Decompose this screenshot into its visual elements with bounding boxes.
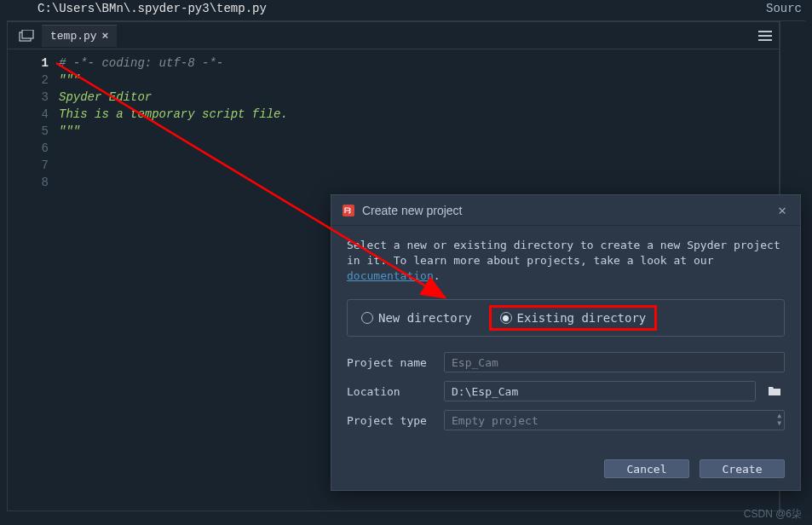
radio-existing-directory[interactable]: Existing directory [500, 311, 647, 325]
radio-icon [361, 312, 373, 324]
project-name-label: Project name [347, 356, 435, 369]
options-menu-icon[interactable] [755, 27, 775, 44]
spyder-logo-icon [342, 204, 355, 217]
project-type-select[interactable]: Empty project [444, 410, 785, 430]
close-dialog-icon[interactable]: ✕ [775, 202, 790, 218]
file-path: C:\Users\BMn\.spyder-py3\temp.py [10, 2, 267, 19]
browse-tabs-icon[interactable] [18, 28, 35, 43]
cancel-button[interactable]: Cancel [604, 459, 689, 478]
browse-folder-icon[interactable] [764, 381, 785, 401]
location-label: Location [347, 385, 435, 398]
tab-temp-py[interactable]: temp.py × [42, 25, 117, 47]
documentation-link[interactable]: documentation [347, 269, 434, 282]
svg-rect-1 [22, 30, 33, 38]
tab-label: temp.py [50, 30, 97, 43]
annotation-highlight: Existing directory [489, 305, 658, 331]
dialog-title: Create new project [362, 204, 768, 217]
dialog-description: Select a new or existing directory to cr… [347, 238, 785, 284]
radio-icon [500, 312, 512, 324]
watermark: CSDN @6柒 [744, 507, 802, 522]
line-gutter: 1 2 3 4 5 6 7 8 [8, 55, 59, 511]
radio-new-directory[interactable]: New directory [361, 311, 472, 325]
source-label: Sourc [766, 2, 802, 19]
project-type-label: Project type [347, 414, 435, 427]
location-input[interactable] [444, 381, 756, 401]
project-name-input[interactable] [444, 352, 785, 372]
close-icon[interactable]: × [102, 30, 109, 43]
create-button[interactable]: Create [700, 459, 785, 478]
create-project-dialog: Create new project ✕ Select a new or exi… [331, 194, 801, 491]
